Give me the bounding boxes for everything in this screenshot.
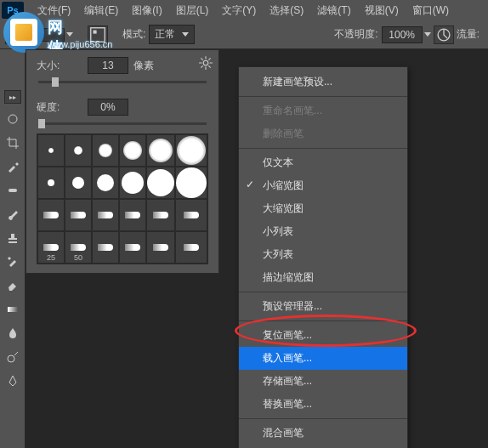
brush-preset[interactable] (92, 134, 119, 167)
pressure-opacity-icon[interactable] (434, 26, 454, 44)
size-label: 大小: (37, 59, 88, 73)
brush-preset[interactable] (92, 231, 119, 264)
menu-item-label: 预设管理器... (263, 300, 322, 312)
menu-item[interactable]: 替换画笔... (239, 393, 407, 416)
menubar: Ps 文件(F)编辑(E)图像(I)图层(L)文字(Y)选择(S)滤镜(T)视图… (0, 0, 488, 20)
menu-item[interactable]: 选择(S) (263, 1, 310, 20)
brush-preset[interactable] (119, 231, 146, 264)
chevron-down-icon[interactable] (424, 32, 431, 37)
brush-preset[interactable] (119, 167, 146, 199)
brush-preset[interactable] (175, 231, 207, 264)
brush-preset[interactable] (146, 231, 175, 264)
menu-item[interactable]: 复位画笔... (239, 324, 407, 347)
svg-point-7 (203, 60, 208, 65)
brush-preset-grid: 2550 (37, 133, 208, 264)
brush-preset[interactable] (175, 199, 207, 231)
menu-item[interactable]: 描边缩览图 (239, 266, 407, 289)
menu-item-label: 描边缩览图 (263, 271, 314, 283)
menu-item[interactable]: 载入画笔... (239, 347, 407, 370)
brush-preset[interactable] (65, 199, 92, 231)
menu-item[interactable]: 混合画笔 (239, 422, 407, 445)
menu-item: 重命名画笔... (239, 99, 407, 122)
menu-item[interactable]: 新建画笔预设... (239, 71, 407, 94)
tool-slot[interactable] (3, 109, 23, 129)
menu-item-label: 载入画笔... (263, 352, 312, 364)
menu-item[interactable]: 存储画笔... (239, 370, 407, 393)
menu-separator (239, 292, 407, 292)
dodge-tool-icon[interactable] (3, 347, 23, 367)
size-input[interactable]: 13 (88, 57, 128, 74)
brush-preset[interactable] (37, 199, 65, 231)
menu-item[interactable]: ✓小缩览图 (239, 174, 407, 197)
history-brush-tool-icon[interactable] (3, 252, 23, 272)
stamp-tool-icon[interactable] (3, 228, 23, 248)
menu-separator (239, 148, 407, 149)
menu-item[interactable]: 文件(F) (31, 1, 77, 20)
menu-item[interactable]: 仅文本 (239, 151, 407, 174)
menu-item[interactable]: 预设管理器... (239, 295, 407, 318)
menu-item[interactable]: 基本画笔 (239, 445, 407, 448)
opacity-field[interactable]: 100% (382, 26, 423, 43)
app-logo: Ps (2, 2, 24, 19)
menu-item-label: 小列表 (263, 225, 293, 237)
hardness-slider[interactable] (38, 122, 207, 125)
gradient-tool-icon[interactable] (3, 299, 23, 320)
brush-preview-icon[interactable] (5, 26, 24, 44)
svg-point-6 (8, 355, 14, 362)
tools-panel: ▸▸ (0, 49, 26, 448)
blur-tool-icon[interactable] (3, 323, 23, 343)
menu-item[interactable]: 文字(Y) (215, 1, 263, 20)
brush-size-field[interactable]: 13 (29, 28, 65, 42)
size-slider[interactable] (38, 81, 207, 83)
menu-item[interactable]: 视图(V) (358, 1, 406, 20)
menu-item[interactable]: 图层(L) (169, 1, 216, 20)
brush-preset[interactable] (37, 134, 65, 167)
brush-preset[interactable] (146, 134, 175, 167)
brush-panel-toggle-icon[interactable] (88, 26, 108, 44)
menu-item-label: 仅文本 (263, 156, 293, 168)
brush-preset[interactable]: 50 (65, 231, 92, 264)
chevron-down-icon[interactable] (66, 32, 73, 37)
brush-preset[interactable] (65, 167, 92, 199)
menu-item-label: 存储画笔... (263, 375, 312, 387)
hardness-input[interactable]: 0% (88, 99, 128, 116)
brush-preset[interactable] (65, 134, 92, 167)
brush-preset[interactable] (119, 134, 146, 167)
eraser-tool-icon[interactable] (3, 275, 23, 296)
pen-tool-icon[interactable] (3, 371, 23, 391)
expand-toolbar-icon[interactable]: ▸▸ (4, 90, 21, 104)
brush-flyout-menu: 新建画笔预设...重命名画笔...删除画笔仅文本✓小缩览图大缩览图小列表大列表描… (238, 66, 408, 448)
hardness-label: 硬度: (37, 100, 88, 115)
brush-preset[interactable] (92, 167, 119, 199)
size-unit: 像素 (133, 59, 154, 73)
healing-tool-icon[interactable] (3, 180, 23, 201)
brush-preset[interactable]: 25 (37, 231, 65, 264)
menu-item[interactable]: 大列表 (239, 243, 407, 266)
brush-preset[interactable] (37, 167, 65, 199)
menu-item-label: 替换画笔... (263, 398, 312, 410)
flow-label: 流量: (457, 27, 479, 42)
brush-preset[interactable] (175, 134, 207, 167)
brush-preset[interactable] (119, 199, 146, 231)
menu-item[interactable]: 滤镜(T) (310, 1, 357, 20)
brush-preset[interactable] (146, 199, 175, 231)
menu-item[interactable]: 小列表 (239, 220, 407, 243)
options-bar: 13 模式: 正常 不透明度: 100% 流量: (0, 20, 488, 49)
menu-item[interactable]: 图像(I) (125, 1, 168, 20)
brush-preset[interactable] (146, 167, 175, 199)
menu-item[interactable]: 编辑(E) (77, 1, 125, 20)
svg-rect-5 (8, 307, 18, 312)
brush-preset-panel: 大小: 13 像素 硬度: 0% 2550 (26, 49, 219, 274)
menu-separator (239, 418, 407, 419)
brush-tool-icon[interactable] (3, 204, 23, 224)
menu-item: 删除画笔 (239, 122, 407, 145)
menu-item[interactable]: 窗口(W) (406, 1, 456, 20)
menu-item[interactable]: 大缩览图 (239, 197, 407, 220)
brush-preset[interactable] (175, 167, 207, 199)
svg-rect-1 (94, 30, 97, 33)
eyedropper-tool-icon[interactable] (3, 156, 23, 177)
mode-select[interactable]: 正常 (149, 25, 195, 44)
gear-icon[interactable] (198, 55, 213, 71)
crop-tool-icon[interactable] (3, 133, 23, 153)
brush-preset[interactable] (92, 199, 119, 231)
